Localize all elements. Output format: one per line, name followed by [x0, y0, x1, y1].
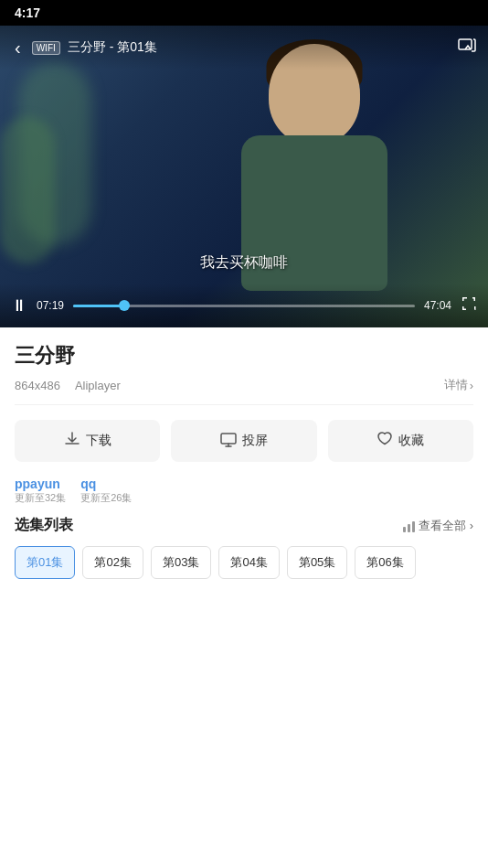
episode-button-3[interactable]: 第03集: [151, 546, 211, 579]
view-all-chevron: ›: [470, 519, 473, 532]
source-tabs: ppayun 更新至32集 qq 更新至26集: [15, 477, 473, 505]
video-content: [214, 44, 415, 282]
download-icon: [64, 431, 80, 451]
episode-button-1[interactable]: 第01集: [15, 546, 75, 579]
progress-bar[interactable]: [73, 305, 415, 307]
download-label: 下载: [86, 433, 111, 449]
action-buttons: 下载 投屏 收藏: [15, 420, 473, 462]
content-area: 三分野 864x486 Aliplayer 详情 › 下载: [0, 327, 488, 597]
source-qq-name: qq: [80, 477, 132, 491]
source-tab-ppayun[interactable]: ppayun 更新至32集: [15, 477, 66, 505]
detail-label: 详情: [444, 377, 468, 393]
episode-button-5[interactable]: 第05集: [287, 546, 347, 579]
total-time: 47:04: [424, 299, 451, 312]
episode-section-header: 选集列表 查看全部 ›: [15, 516, 473, 535]
cast-screen-icon: [220, 431, 237, 451]
episode-button-4[interactable]: 第04集: [218, 546, 279, 579]
fullscreen-button[interactable]: [461, 295, 477, 316]
favorite-label: 收藏: [398, 433, 424, 449]
detail-chevron: ›: [470, 379, 473, 392]
show-resolution: 864x486: [15, 379, 60, 392]
favorite-button[interactable]: 收藏: [328, 420, 473, 462]
episode-button-2[interactable]: 第02集: [82, 546, 143, 579]
view-all-label: 查看全部: [419, 518, 466, 534]
wifi-badge: WIFI: [32, 41, 60, 55]
video-player[interactable]: ‹ WIFI 三分野 - 第01集 我去买杯咖啡 ⏸ 07:19 47:04: [0, 26, 488, 327]
play-pause-button[interactable]: ⏸: [11, 296, 27, 316]
show-title: 三分野: [15, 342, 473, 370]
view-all-button[interactable]: 查看全部 ›: [403, 518, 473, 534]
divider-1: [15, 404, 473, 405]
source-ppayun-sub: 更新至32集: [15, 491, 66, 505]
status-time: 4:17: [15, 5, 40, 20]
show-player: Aliplayer: [75, 379, 121, 392]
progress-dot: [119, 300, 130, 311]
show-meta: 864x486 Aliplayer 详情 ›: [15, 377, 473, 393]
source-qq-sub: 更新至26集: [80, 491, 132, 505]
video-subtitle: 我去买杯咖啡: [200, 253, 288, 273]
favorite-icon: [377, 431, 393, 451]
show-info: 三分野 864x486 Aliplayer 详情 ›: [15, 342, 473, 393]
current-time: 07:19: [37, 299, 64, 312]
player-title: 三分野 - 第01集: [68, 39, 450, 56]
status-bar: 4:17: [0, 0, 488, 26]
cast-screen-button[interactable]: 投屏: [171, 420, 316, 462]
progress-fill: [73, 305, 124, 307]
episode-section-title: 选集列表: [15, 516, 73, 535]
bg-decoration-2: [0, 117, 55, 263]
player-controls: ⏸ 07:19 47:04: [0, 284, 488, 327]
source-ppayun-name: ppayun: [15, 477, 66, 491]
video-background: [0, 26, 488, 327]
cast-label: 投屏: [242, 433, 268, 449]
cast-button[interactable]: [457, 36, 477, 60]
source-tab-qq[interactable]: qq 更新至26集: [80, 477, 132, 505]
player-topbar: ‹ WIFI 三分野 - 第01集: [0, 26, 488, 70]
svg-rect-1: [221, 434, 236, 444]
download-button[interactable]: 下载: [15, 420, 160, 462]
bar-chart-icon: [403, 520, 415, 532]
episode-button-6[interactable]: 第06集: [355, 546, 415, 579]
back-button[interactable]: ‹: [11, 34, 25, 62]
episode-grid: 第01集 第02集 第03集 第04集 第05集 第06集: [15, 546, 473, 583]
detail-link[interactable]: 详情 ›: [444, 377, 473, 393]
